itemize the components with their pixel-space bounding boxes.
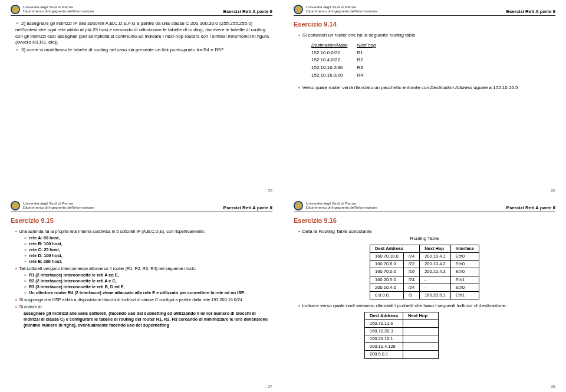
slide-content: •Data la Routing Table sottostante Routi…: [294, 229, 555, 359]
university-logo-icon: [11, 201, 20, 210]
arrow-icon: ➢: [24, 278, 27, 284]
slide-header: Università degli Studi di Parma Dipartim…: [11, 201, 272, 212]
arrow-icon: ➢: [24, 253, 27, 258]
bullet-icon: •: [15, 304, 17, 309]
institution-text: Università degli Studi di Parma Dipartim…: [23, 5, 94, 14]
question-text: Verso quale router verrà rilanciato un p…: [302, 85, 429, 90]
bullet-icon: •: [298, 229, 300, 234]
institution-text: Università degli Studi di Parma Dipartim…: [306, 5, 377, 14]
exercise-title: Esercizio 9.15: [11, 217, 272, 224]
intro-text: Data la Routing Table sottostante: [302, 229, 372, 234]
page-number: 26: [551, 189, 555, 193]
arrow-icon: ➢: [24, 235, 27, 241]
question-text: indicare verso quale nodi verranno rilan…: [302, 303, 506, 308]
page-number: 25: [268, 189, 272, 193]
bullet-icon: •: [15, 266, 17, 271]
slide-header: Università degli Studi di Parma Dipartim…: [294, 5, 555, 16]
bullet-icon: •: [15, 297, 17, 302]
arrow-icon: ➢: [24, 272, 27, 278]
exercise-title: Esercizio 9.14: [294, 21, 555, 28]
arrow-icon: ➢: [24, 284, 27, 289]
bullet-icon: •: [298, 32, 300, 38]
arrow-icon: ➢: [24, 247, 27, 252]
bullet-icon: •: [15, 229, 17, 234]
course-title: Esercizi Reti A parte II: [223, 9, 272, 14]
point-text: 2) assegnare gli indirizzi IP alle sotto…: [15, 21, 269, 45]
slide-27: Università degli Studi di Parma Dipartim…: [0, 196, 283, 393]
institution-text: Università degli Studi di Parma Dipartim…: [306, 202, 377, 210]
p2-text: Tali sottoreti vengono interconnesse att…: [19, 266, 197, 271]
slide-content: ➢2) assegnare gli indirizzi IP alle sott…: [11, 21, 272, 54]
course-title: Esercizi Reti A parte II: [506, 9, 555, 14]
arrow-icon: ➢: [24, 290, 27, 295]
slide-content: •Una azienda ha la propria rete interna …: [11, 229, 272, 329]
p3-text: Si supponga che l'ISP abbia a disposizio…: [19, 297, 243, 302]
slide-28: Università degli Studi di Parma Dipartim…: [283, 196, 566, 393]
slide-header: Università degli Studi di Parma Dipartim…: [294, 201, 555, 212]
slide-25: Università degli Studi di Parma Dipartim…: [0, 0, 283, 196]
routing-table-simple: Destination/MaskNext hop 152.10.0.0/20R1…: [310, 41, 385, 80]
course-title: Esercizi Reti A parte II: [506, 205, 555, 210]
slide-content: •Si consideri un router che ha la seguen…: [294, 32, 555, 91]
routing-table-title: Routing Table: [294, 236, 555, 242]
exercise-title: Esercizio 9.16: [294, 217, 555, 224]
bullet-icon: •: [298, 303, 300, 308]
institution-text: Università degli Studi di Parma Dipartim…: [23, 202, 94, 210]
arrow-icon: ➢: [15, 21, 19, 26]
point-text: 3) come si modificano le tabelle di rout…: [21, 47, 223, 52]
course-title: Esercizi Reti A parte II: [223, 205, 272, 210]
dest-address-table: Dest AddressNext Hop 160.70.11.6 160.70.…: [364, 312, 439, 359]
university-logo-icon: [294, 201, 303, 210]
university-logo-icon: [11, 5, 20, 14]
slide-26: Università degli Studi di Parma Dipartim…: [283, 0, 566, 196]
intro-text: Una azienda ha la propria rete interna s…: [19, 229, 205, 234]
arrow-icon: ➢: [24, 241, 27, 246]
slide-header: Università degli Studi di Parma Dipartim…: [11, 5, 272, 16]
routing-table: Dest AddressNext HopInterface 160.70.10.…: [370, 245, 479, 299]
university-logo-icon: [294, 5, 303, 14]
intro-text: Si consideri un router che ha la seguent…: [302, 32, 416, 38]
p4-text: Si chiede di:: [19, 304, 43, 309]
arrow-icon: ➢: [15, 47, 19, 52]
page-number: 27: [268, 384, 272, 388]
page-number: 28: [551, 384, 555, 388]
bullet-icon: •: [298, 85, 300, 90]
requirement-text: assegnare gli indirizzi alle varie sotto…: [24, 311, 272, 328]
arrow-icon: ➢: [24, 259, 27, 264]
